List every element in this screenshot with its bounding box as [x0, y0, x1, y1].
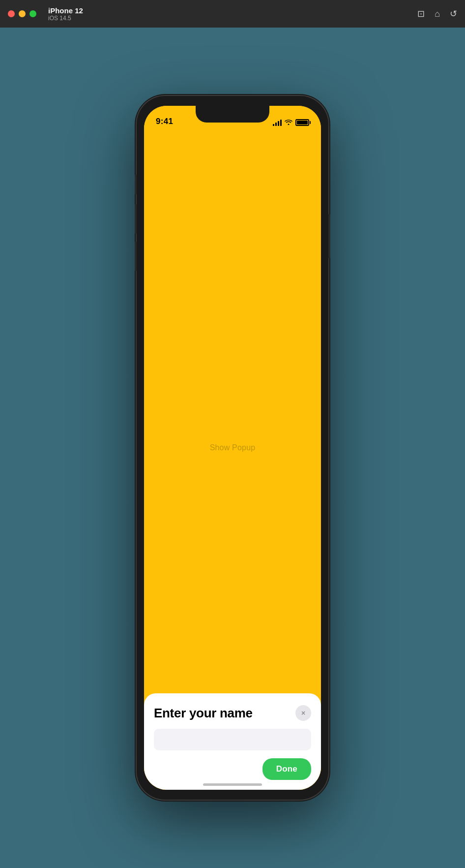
close-button[interactable]: [8, 10, 15, 17]
show-popup-button[interactable]: Show Popup: [210, 443, 256, 452]
bottom-sheet-title: Enter your name: [154, 706, 253, 721]
bottom-sheet: Enter your name × Done: [144, 693, 321, 790]
volume-up-button: [135, 204, 137, 234]
screenshot-icon[interactable]: ⊡: [417, 8, 425, 19]
close-icon: ×: [301, 710, 305, 716]
bottom-sheet-header: Enter your name ×: [154, 705, 311, 721]
name-input[interactable]: [154, 729, 311, 750]
maximize-button[interactable]: [29, 10, 36, 17]
done-button[interactable]: Done: [262, 758, 311, 780]
device-name: iPhone 12: [48, 6, 83, 15]
power-button: [328, 214, 330, 258]
home-indicator: [203, 783, 262, 786]
home-icon[interactable]: ⌂: [435, 9, 440, 19]
volume-down-button: [135, 242, 137, 271]
phone-screen: 9:41: [144, 106, 321, 790]
notch: [196, 106, 269, 123]
device-os: iOS 14.5: [48, 15, 83, 22]
minimize-button[interactable]: [19, 10, 26, 17]
mute-button: [135, 175, 137, 194]
title-bar: iPhone 12 iOS 14.5 ⊡ ⌂ ↺: [0, 0, 465, 28]
status-icons: [273, 119, 309, 126]
status-time: 9:41: [156, 117, 173, 126]
signal-icon: [273, 119, 282, 126]
rotate-icon[interactable]: ↺: [450, 8, 457, 19]
title-bar-actions: ⊡ ⌂ ↺: [417, 8, 457, 19]
traffic-lights: [8, 10, 36, 17]
close-sheet-button[interactable]: ×: [295, 705, 311, 721]
wifi-icon: [285, 119, 292, 126]
phone-outer: 9:41: [137, 96, 328, 800]
phone-wrapper: 9:41: [0, 28, 465, 868]
device-info: iPhone 12 iOS 14.5: [48, 6, 83, 22]
app-content: Show Popup: [144, 106, 321, 790]
battery-icon: [295, 119, 309, 126]
